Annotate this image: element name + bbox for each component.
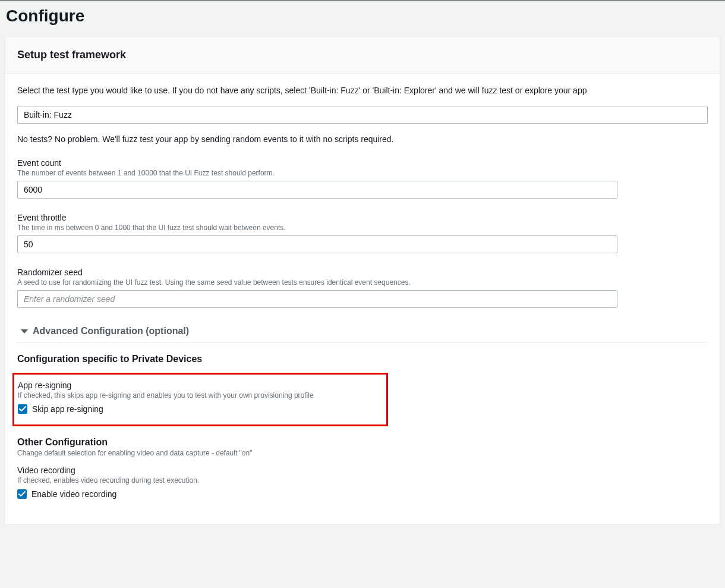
page-header: Configure — [0, 0, 725, 36]
skip-resigning-checkbox[interactable] — [18, 404, 27, 414]
event-throttle-input[interactable] — [17, 235, 617, 253]
event-count-input[interactable] — [17, 181, 617, 199]
video-recording-checkbox-row: Enable video recording — [17, 489, 708, 499]
randomizer-seed-label: Randomizer seed — [17, 268, 617, 277]
video-recording-hint: If checked, enables video recording duri… — [17, 476, 708, 485]
other-config-section: Other Configuration Change default selec… — [17, 437, 708, 499]
caret-down-icon — [21, 329, 28, 334]
page-title: Configure — [6, 7, 719, 26]
setup-panel: Setup test framework Select the test typ… — [5, 36, 720, 524]
app-resigning-group: App re-signing If checked, this skips ap… — [18, 381, 383, 414]
other-config-title: Other Configuration — [17, 437, 708, 448]
video-recording-checkbox[interactable] — [17, 489, 27, 499]
test-type-selected-value: Built-in: Fuzz — [24, 110, 701, 120]
private-devices-section-title: Configuration specific to Private Device… — [17, 354, 708, 364]
video-recording-checkbox-label: Enable video recording — [31, 489, 116, 499]
check-icon — [18, 490, 26, 498]
event-throttle-hint: The time in ms between 0 and 1000 that t… — [17, 224, 617, 232]
event-count-group: Event count The number of events between… — [17, 158, 617, 199]
event-throttle-group: Event throttle The time in ms between 0 … — [17, 213, 617, 253]
panel-body: Select the test type you would like to u… — [5, 74, 720, 524]
intro-text: Select the test type you would like to u… — [17, 86, 708, 95]
event-count-hint: The number of events between 1 and 10000… — [17, 169, 617, 177]
app-resigning-hint: If checked, this skips app re-signing an… — [18, 391, 383, 400]
advanced-config-expander[interactable]: Advanced Configuration (optional) — [17, 322, 708, 343]
test-type-select[interactable]: Built-in: Fuzz — [17, 106, 708, 124]
randomizer-seed-group: Randomizer seed A seed to use for random… — [17, 268, 617, 308]
event-count-label: Event count — [17, 158, 617, 168]
event-throttle-label: Event throttle — [17, 213, 617, 222]
randomizer-seed-hint: A seed to use for randomizing the UI fuz… — [17, 278, 617, 287]
panel-header: Setup test framework — [5, 37, 720, 74]
advanced-config-label: Advanced Configuration (optional) — [33, 326, 189, 337]
video-recording-label: Video recording — [17, 466, 708, 475]
app-resigning-label: App re-signing — [18, 381, 383, 390]
check-icon — [19, 405, 26, 413]
skip-resigning-checkbox-row: Skip app re-signing — [18, 404, 383, 414]
other-config-hint: Change default selection for enabling vi… — [17, 449, 708, 457]
test-type-help: No tests? No problem. We'll fuzz test yo… — [17, 134, 708, 144]
highlight-annotation: App re-signing If checked, this skips ap… — [12, 373, 388, 426]
randomizer-seed-input[interactable] — [17, 290, 617, 308]
panel-title: Setup test framework — [17, 49, 708, 61]
skip-resigning-checkbox-label: Skip app re-signing — [32, 404, 103, 414]
